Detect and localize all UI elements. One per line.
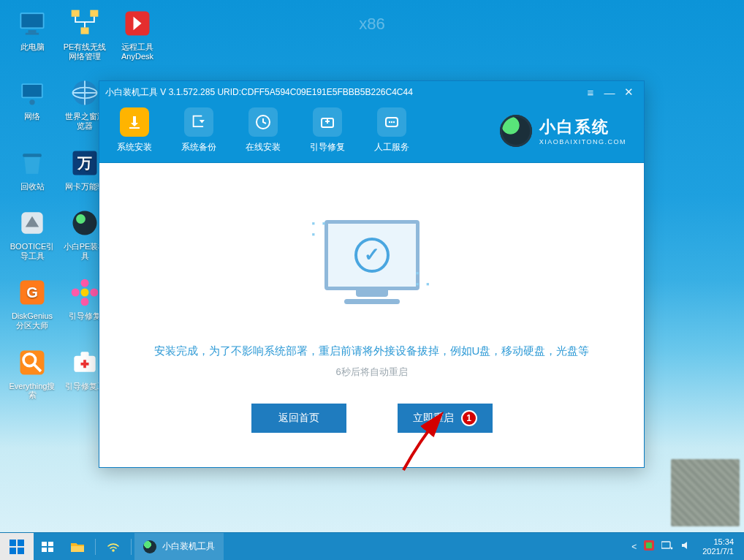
tray-chevron-icon[interactable]: < <box>631 542 637 552</box>
tab-label: 引导修复 <box>310 141 345 154</box>
backup-icon <box>184 107 213 137</box>
desktop-icon-label: DiskGenius分区大师 <box>9 311 56 330</box>
desktop-icon-label: Everything搜索 <box>9 382 56 400</box>
svg-point-21 <box>81 289 89 297</box>
svg-point-33 <box>389 121 390 123</box>
svg-rect-9 <box>23 85 42 97</box>
desktop-icon-label: 引导修复 <box>69 311 101 321</box>
svg-rect-4 <box>72 10 80 17</box>
svg-point-18 <box>76 214 86 224</box>
tab-service[interactable]: 人工服务 <box>374 107 409 154</box>
restart-now-label: 立即重启 <box>413 412 454 425</box>
clock-time: 15:34 <box>713 537 734 546</box>
tray-network-icon[interactable] <box>661 540 673 553</box>
svg-rect-1 <box>21 14 42 27</box>
desktop-icon-label: 回收站 <box>20 182 45 192</box>
success-illustration: ▪ ▪▪ ✓ ▪▪ ▪ <box>299 200 445 324</box>
desktop-icon-label: 此电脑 <box>20 42 45 52</box>
clock-date: 2021/7/1 <box>702 547 734 556</box>
tab-label: 在线安装 <box>246 141 281 154</box>
service-icon <box>377 107 406 137</box>
annotation-badge: 1 <box>461 410 477 426</box>
system-tray: < 15:34 2021/7/1 <box>626 533 744 560</box>
tab-install[interactable]: 系统安装 <box>117 107 152 154</box>
svg-text:G: G <box>26 285 38 301</box>
dg-icon: G <box>16 276 48 309</box>
svg-point-24 <box>72 289 80 297</box>
wifi-icon <box>107 540 120 553</box>
close-button[interactable]: ✕ <box>619 86 638 99</box>
flower-icon <box>69 276 101 309</box>
desktop-icon-search[interactable]: Everything搜索 <box>9 347 56 400</box>
file-explorer-button[interactable] <box>63 533 92 560</box>
folder-icon <box>70 541 85 553</box>
xiaobai-icon <box>143 540 156 553</box>
svg-point-23 <box>81 298 89 306</box>
bootfix-icon <box>313 107 342 137</box>
svg-point-35 <box>393 121 395 123</box>
taskbar-separator <box>95 539 96 555</box>
svg-rect-13 <box>23 154 42 157</box>
network-icon <box>16 77 48 109</box>
desktop-icon-bin[interactable]: 回收站 <box>9 147 56 192</box>
svg-point-34 <box>391 121 392 123</box>
svg-rect-37 <box>48 542 53 546</box>
minimize-button[interactable]: — <box>600 86 619 99</box>
taskbar-clock[interactable]: 15:34 2021/7/1 <box>698 537 738 555</box>
tab-label: 系统备份 <box>181 141 216 154</box>
xiaobai-icon <box>69 207 101 239</box>
desktop-icon-net[interactable]: PE有线无线网络管理 <box>61 7 108 61</box>
desktop-icon-anydesk[interactable]: 远程工具AnyDesk <box>114 7 161 61</box>
xiaobai-installer-window: 小白装机工具 V 3.1.572.285 URID:CDFF5A594C09E1… <box>99 80 645 468</box>
tray-volume-icon[interactable] <box>680 540 691 553</box>
brand-name: 小白系统 <box>539 116 626 138</box>
desktop-icon-label: 远程工具AnyDesk <box>114 42 161 61</box>
tab-label: 系统安装 <box>117 141 152 154</box>
wan-icon: 万 <box>69 147 101 179</box>
desktop-icon-label: 网络 <box>24 112 40 121</box>
task-view-icon <box>42 542 55 552</box>
svg-rect-36 <box>42 542 47 546</box>
pc-icon <box>16 7 48 39</box>
desktop-icon-dg[interactable]: GDiskGenius分区大师 <box>9 276 56 330</box>
taskbar-app-xiaobai[interactable]: 小白装机工具 <box>134 533 224 560</box>
task-view-button[interactable] <box>34 533 63 560</box>
taskbar-separator <box>131 539 132 555</box>
countdown-text: 6秒后将自动重启 <box>335 366 407 379</box>
bin-icon <box>16 147 48 179</box>
tray-security-icon[interactable] <box>644 540 654 553</box>
tab-bootfix[interactable]: 引导修复 <box>310 107 345 154</box>
anydesk-icon <box>121 7 153 39</box>
brand: 小白系统 XIAOBAIXITONG.COM <box>500 115 626 147</box>
window-menu-button[interactable]: ≡ <box>581 86 600 99</box>
svg-point-17 <box>73 211 97 235</box>
start-button[interactable] <box>0 533 34 560</box>
online-icon <box>248 107 278 137</box>
wifi-button[interactable] <box>99 533 128 560</box>
back-home-button[interactable]: 返回首页 <box>251 404 346 433</box>
taskbar: 小白装机工具 < 15:34 2021/7/1 <box>0 532 744 560</box>
completion-message: 安装完成，为了不影响系统部署，重启前请将外接设备拔掉，例如U盘，移动硬盘，光盘等 <box>154 344 590 358</box>
svg-rect-42 <box>661 542 670 548</box>
net-icon <box>69 7 101 39</box>
svg-point-43 <box>671 548 673 550</box>
window-title: 小白装机工具 V 3.1.572.285 URID:CDFF5A594C09E1… <box>105 86 581 99</box>
search-icon <box>16 347 48 379</box>
tab-online[interactable]: 在线安装 <box>246 107 281 154</box>
desktop-icon-pc[interactable]: 此电脑 <box>9 7 56 61</box>
desktop-icon-network[interactable]: 网络 <box>9 77 56 130</box>
brand-logo-icon <box>500 115 532 147</box>
tab-label: 人工服务 <box>374 141 409 154</box>
svg-rect-39 <box>48 548 53 552</box>
svg-rect-5 <box>90 10 98 17</box>
svg-point-10 <box>29 99 34 105</box>
obscured-region <box>671 459 740 526</box>
install-icon <box>120 107 149 137</box>
desktop-icon-bootice[interactable]: BOOTICE引导工具 <box>9 207 56 260</box>
brand-url: XIAOBAIXITONG.COM <box>539 138 626 145</box>
toolbar: 系统安装系统备份在线安装引导修复人工服务 小白系统 XIAOBAIXITONG.… <box>99 103 644 163</box>
svg-point-22 <box>81 279 89 287</box>
tab-backup[interactable]: 系统备份 <box>181 107 216 154</box>
restart-now-button[interactable]: 立即重启 1 <box>398 404 493 433</box>
browser-icon <box>69 77 101 109</box>
